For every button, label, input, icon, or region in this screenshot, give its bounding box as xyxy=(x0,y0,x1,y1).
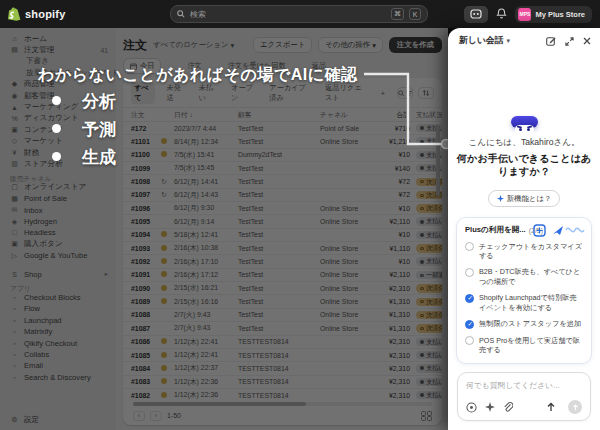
new-conversation-icon[interactable] xyxy=(546,36,556,46)
checklist-item-label: チェックアウトをカスタマイズする xyxy=(479,242,583,261)
composer-placeholder: 何でも質問してください... xyxy=(466,380,582,391)
app-window: shopify 検索 ⌘ K MPS My Plus Store xyxy=(0,0,600,430)
unchecked-icon[interactable] xyxy=(465,336,474,345)
send-button[interactable] xyxy=(568,400,582,414)
paper-plane-icon xyxy=(553,226,563,235)
checklist-item-label: Shopify Launchpadで特別販売イベントを有効にする xyxy=(479,293,583,312)
checklist-item[interactable]: Shopify Launchpadで特別販売イベントを有効にする xyxy=(465,293,583,312)
shopify-bag-icon xyxy=(8,7,21,21)
wave-doodle xyxy=(566,228,584,231)
checklist-item-label: 無制限のストアスタッフを追加 xyxy=(479,319,581,329)
checked-icon[interactable] xyxy=(465,320,474,329)
unchecked-icon[interactable] xyxy=(465,268,474,277)
cmd-key: ⌘ xyxy=(391,8,404,20)
shopify-logo[interactable]: shopify xyxy=(8,7,66,21)
checked-icon[interactable] xyxy=(465,294,474,303)
ai-composer[interactable]: 何でも質問してください... xyxy=(457,372,591,421)
checklist-item-label: B2B・DTC販売も、すべてひとつの場所で xyxy=(479,267,583,286)
sidekick-avatar xyxy=(511,116,538,128)
persona-icon[interactable] xyxy=(466,402,477,413)
book-icon xyxy=(537,228,543,234)
store-name: My Plus Store xyxy=(535,10,585,19)
new-features-chip[interactable]: 新機能とは？ xyxy=(488,190,561,207)
chevron-down-icon[interactable]: ▾ xyxy=(506,37,510,45)
ai-header-icons xyxy=(546,36,591,46)
shopify-logo-text: shopify xyxy=(25,8,66,20)
sidekick-toggle-button[interactable] xyxy=(464,6,488,23)
k-key: K xyxy=(409,8,421,20)
checklist-item-label: POS Proを使用して実店舗で販売する xyxy=(479,336,583,355)
search-icon xyxy=(177,10,185,18)
ai-panel-header: 新しい会話 ▾ xyxy=(448,28,600,54)
composer-toolbar xyxy=(466,400,582,414)
sidekick-ai-panel: 新しい会話 ▾ こんにちは、Takahiroさん。 何かお手伝いできることはあり… xyxy=(448,28,600,430)
sparkle-icon xyxy=(497,195,504,202)
close-icon[interactable] xyxy=(583,37,591,45)
expand-icon[interactable] xyxy=(565,37,574,46)
topbar-right: MPS My Plus Store xyxy=(464,6,592,23)
card-doodle-icons xyxy=(533,222,585,240)
search-input[interactable]: 検索 ⌘ K xyxy=(170,5,428,23)
top-bar: shopify 検索 ⌘ K MPS My Plus Store xyxy=(0,0,600,28)
ai-conversation-title[interactable]: 新しい会話 xyxy=(459,35,503,47)
sparkle-icon[interactable] xyxy=(485,402,495,412)
sidekick-robot-icon xyxy=(470,9,482,19)
attach-icon[interactable] xyxy=(503,402,513,413)
plus-checklist: チェックアウトをカスタマイズするB2B・DTC販売も、すべてひとつの場所でSho… xyxy=(465,242,583,355)
plus-setup-card[interactable]: Plusの利用を開... (2/5) チェックアウトをカスタマイズするB2B・D… xyxy=(456,217,592,364)
checklist-item[interactable]: POS Proを使用して実店舗で販売する xyxy=(465,336,583,355)
store-account-menu[interactable]: MPS My Plus Store xyxy=(515,6,592,23)
unchecked-icon[interactable] xyxy=(465,242,474,251)
checklist-item[interactable]: B2B・DTC販売も、すべてひとつの場所で xyxy=(465,267,583,286)
checklist-item[interactable]: チェックアウトをカスタマイズする xyxy=(465,242,583,261)
ai-panel-body: こんにちは、Takahiroさん。 何かお手伝いできることはありますか？ 新機能… xyxy=(448,54,600,364)
plus-card-title: Plusの利用を開... xyxy=(465,225,526,235)
greeting-line1: こんにちは、Takahiroさん。 xyxy=(468,137,579,149)
notification-bell-icon[interactable] xyxy=(496,8,507,20)
send-arrow-icon[interactable] xyxy=(546,402,556,412)
checklist-item[interactable]: 無制限のストアスタッフを追加 xyxy=(465,319,583,329)
search-placeholder: 検索 xyxy=(190,9,386,20)
store-avatar: MPS xyxy=(518,8,531,21)
send-up-icon xyxy=(572,404,579,411)
greeting-line2: 何かお手伝いできることはありますか？ xyxy=(456,152,592,180)
